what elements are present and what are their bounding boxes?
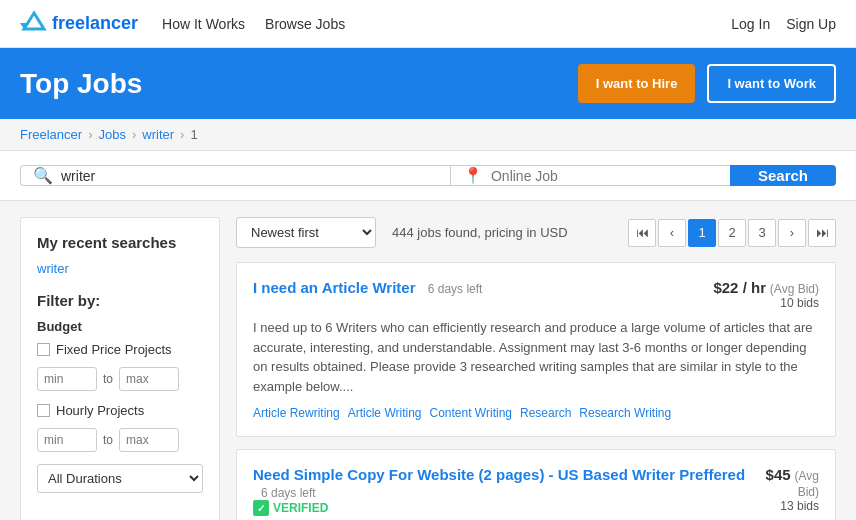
content-toolbar: Newest first Oldest first Most bids Leas… [236,217,836,248]
navbar: freelancer How It Works Browse Jobs Log … [0,0,856,48]
logo-text: freelancer [52,13,138,34]
job-bids-1: 10 bids [713,296,819,310]
pagination: ⏮ ‹ 1 2 3 › ⏭ [628,219,836,247]
fixed-min-input[interactable] [37,367,97,391]
page-title: Top Jobs [20,68,578,100]
search-bar: 🔍 📍 Search [0,151,856,201]
fixed-price-range: to [37,367,203,391]
breadcrumb-writer[interactable]: writer [142,127,174,142]
breadcrumb-sep-3: › [180,127,184,142]
page-2-button[interactable]: 2 [718,219,746,247]
fixed-price-label: Fixed Price Projects [56,342,172,357]
page-3-button[interactable]: 3 [748,219,776,247]
nav-browse-jobs[interactable]: Browse Jobs [265,16,345,32]
job-card-1: I need an Article Writer 6 days left $22… [236,262,836,437]
result-count: 444 jobs found, pricing in USD [392,225,612,240]
sort-select[interactable]: Newest first Oldest first Most bids Leas… [236,217,376,248]
search-icon: 🔍 [33,166,53,185]
job-price-amount-2: $45 [766,466,791,483]
job-tag-1-1[interactable]: Article Writing [348,406,422,420]
nav-signup[interactable]: Sign Up [786,16,836,32]
job-price-label-1: (Avg Bid) [770,282,819,296]
job-tag-1-0[interactable]: Article Rewriting [253,406,340,420]
page-1-button[interactable]: 1 [688,219,716,247]
sidebar: My recent searches writer Filter by: Bud… [20,217,220,520]
to-label-1: to [103,372,113,386]
fixed-price-checkbox[interactable] [37,343,50,356]
main-content: My recent searches writer Filter by: Bud… [0,201,856,520]
job-tag-1-3[interactable]: Research [520,406,571,420]
nav-login[interactable]: Log In [731,16,770,32]
job-tag-1-2[interactable]: Content Writing [430,406,512,420]
job-header-1: I need an Article Writer 6 days left $22… [253,279,819,310]
job-bids-2: 13 bids [750,499,819,513]
content-area: Newest first Oldest first Most bids Leas… [236,217,836,520]
duration-select[interactable]: All Durations Less than 1 week 1 to 4 we… [37,464,203,493]
keyword-input-wrap: 🔍 [20,165,450,186]
to-label-2: to [103,433,113,447]
nav-how-it-works[interactable]: How It Works [162,16,245,32]
job-price-2: $45 (Avg Bid) 13 bids [750,466,819,513]
location-input-wrap: 📍 [450,165,730,186]
breadcrumb: Freelancer › Jobs › writer › 1 [0,119,856,151]
hourly-max-input[interactable] [119,428,179,452]
breadcrumb-sep-2: › [132,127,136,142]
page-next-button[interactable]: › [778,219,806,247]
hourly-min-input[interactable] [37,428,97,452]
page-last-button[interactable]: ⏭ [808,219,836,247]
hero-buttons: I want to Hire I want to Work [578,64,836,103]
job-price-amount-1: $22 / hr [713,279,766,296]
budget-title: Budget [37,319,203,334]
hourly-range: to [37,428,203,452]
recent-searches-title: My recent searches [37,234,203,251]
location-input[interactable] [491,168,718,184]
location-icon: 📍 [463,166,483,185]
job-age-2: 6 days left [261,486,316,500]
breadcrumb-jobs[interactable]: Jobs [98,127,125,142]
job-price-label-2: (Avg Bid) [795,469,819,499]
job-title-2[interactable]: Need Simple Copy For Website (2 pages) -… [253,466,745,500]
hero-section: Top Jobs I want to Hire I want to Work [0,48,856,119]
nav-actions: Log In Sign Up [731,16,836,32]
hourly-checkbox[interactable] [37,404,50,417]
job-header-2: Need Simple Copy For Website (2 pages) -… [253,466,819,520]
search-input[interactable] [61,168,438,184]
fixed-max-input[interactable] [119,367,179,391]
job-title-wrap-1: I need an Article Writer 6 days left [253,279,482,296]
job-age-1: 6 days left [428,282,483,296]
breadcrumb-freelancer[interactable]: Freelancer [20,127,82,142]
logo[interactable]: freelancer [20,9,138,39]
logo-icon [20,9,48,39]
hourly-label: Hourly Projects [56,403,144,418]
filter-title: Filter by: [37,292,203,309]
job-title-wrap-2: Need Simple Copy For Website (2 pages) -… [253,466,750,520]
breadcrumb-page: 1 [190,127,197,142]
verified-text: VERIFIED [273,501,328,515]
job-tags-1: Article Rewriting Article Writing Conten… [253,406,819,420]
verified-badge-2: VERIFIED [253,500,750,516]
hire-button[interactable]: I want to Hire [578,64,696,103]
recent-search-writer[interactable]: writer [37,261,203,276]
job-card-2: Need Simple Copy For Website (2 pages) -… [236,449,836,520]
search-button[interactable]: Search [730,165,836,186]
verified-icon [253,500,269,516]
page-prev-button[interactable]: ‹ [658,219,686,247]
breadcrumb-sep-1: › [88,127,92,142]
fixed-price-row: Fixed Price Projects [37,342,203,357]
job-title-1[interactable]: I need an Article Writer 6 days left [253,279,482,296]
job-tag-1-4[interactable]: Research Writing [579,406,671,420]
page-first-button[interactable]: ⏮ [628,219,656,247]
job-desc-1: I need up to 6 Writers who can efficient… [253,318,819,396]
job-price-1: $22 / hr (Avg Bid) 10 bids [713,279,819,310]
work-button[interactable]: I want to Work [707,64,836,103]
hourly-row: Hourly Projects [37,403,203,418]
svg-marker-0 [24,13,44,29]
nav-links: How It Works Browse Jobs [162,16,731,32]
